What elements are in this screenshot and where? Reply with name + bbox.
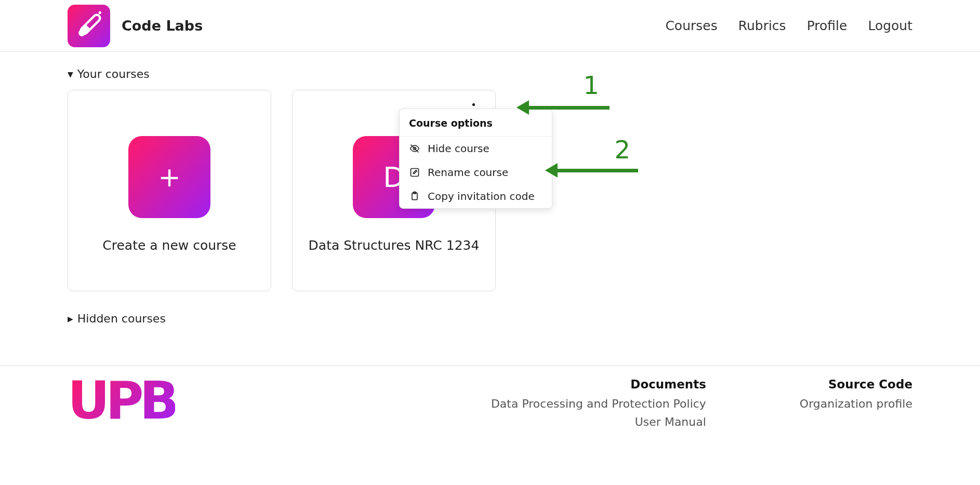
plus-icon: + [158,161,181,193]
brand-name: Code Labs [122,18,203,34]
brand[interactable]: Code Labs [68,5,203,47]
course-title: Data Structures NRC 1234 [309,238,480,253]
caret-down-icon: ▼ [68,70,73,78]
nav: Courses Rubrics Profile Logout [665,18,912,33]
footer-source-heading: Source Code [800,378,912,391]
menu-rename-course[interactable]: Rename course [400,160,552,184]
menu-rename-label: Rename course [428,166,508,179]
svg-point-1 [99,11,101,14]
annotation-number-1: 1 [583,71,599,100]
main: ▼ Your courses + Create a new course Cou… [0,52,980,366]
nav-profile[interactable]: Profile [807,18,847,33]
eye-off-icon [409,143,420,154]
section-your-label: Your courses [77,68,150,80]
card-course[interactable]: Course options Hide course [292,90,496,291]
edit-icon [409,167,420,178]
logo-icon [68,5,110,47]
menu-copy-code[interactable]: Copy invitation code [400,184,552,208]
nav-logout[interactable]: Logout [868,18,912,33]
section-hidden-courses[interactable]: ▶ Hidden courses [68,312,912,325]
menu-title: Course options [400,109,552,137]
card-create-course[interactable]: + Create a new course [68,90,271,291]
upb-logo-text: UPB [68,378,175,424]
plus-tile: + [128,136,210,218]
header: Code Labs Courses Rubrics Profile Logout [0,0,980,52]
footer-columns: Documents Data Processing and Protection… [491,378,912,435]
annotation-arrow-1-tail [526,106,610,110]
footer-doc-link-policy[interactable]: Data Processing and Protection Policy [491,397,706,410]
menu-hide-label: Hide course [428,142,489,155]
section-your-courses[interactable]: ▼ Your courses [68,68,912,80]
card-create-title: Create a new course [102,238,236,253]
footer-documents-heading: Documents [491,378,706,391]
clipboard-icon [409,191,420,202]
footer-logo: UPB [68,378,218,435]
card-row: + Create a new course Course options Hid… [68,90,912,291]
caret-right-icon: ▶ [68,315,73,323]
svg-rect-6 [411,169,419,177]
annotation-number-2: 2 [614,135,630,164]
course-options-menu: Course options Hide course [399,109,552,209]
nav-courses[interactable]: Courses [665,18,717,33]
section-hidden-label: Hidden courses [77,312,166,325]
footer-doc-link-manual[interactable]: User Manual [491,415,706,428]
footer: UPB Documents Data Processing and Protec… [0,366,980,435]
menu-hide-course[interactable]: Hide course [400,137,552,160]
footer-source-link-org[interactable]: Organization profile [800,397,912,410]
footer-documents: Documents Data Processing and Protection… [491,378,706,435]
footer-source: Source Code Organization profile [800,378,912,435]
nav-rubrics[interactable]: Rubrics [738,18,786,33]
menu-copy-label: Copy invitation code [428,190,535,203]
annotation-arrow-2-tail [555,169,638,172]
